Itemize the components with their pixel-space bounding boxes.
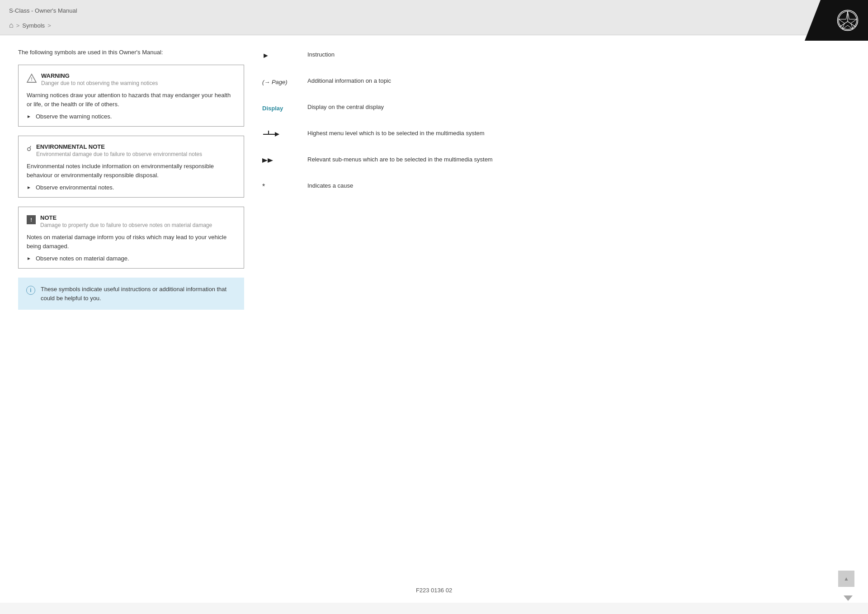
main-content: The following symbols are used in this O… — [0, 35, 868, 578]
environmental-title-block: ENVIRONMENTAL NOTE Environmental damage … — [36, 143, 202, 157]
pageref-icon-cell: (→ Page) — [262, 75, 298, 89]
left-column: The following symbols are used in this O… — [18, 49, 244, 564]
submenu-double-arrow-icon — [262, 156, 280, 165]
note-instruction: ► Observe notes on material damage. — [27, 255, 236, 262]
note-subtitle: Damage to property due to failure to obs… — [40, 222, 212, 228]
mercedes-logo — [836, 9, 859, 32]
symbol-row-menu-top: Highest menu level which is to be select… — [262, 128, 850, 141]
environmental-bullet: ► — [27, 185, 31, 190]
leaf-icon: ☌ — [27, 145, 32, 152]
symbol-row-cause: * Indicates a cause — [262, 180, 850, 194]
warning-title: WARNING — [41, 72, 158, 79]
display-icon: Display — [262, 105, 283, 112]
cause-desc: Indicates a cause — [307, 180, 850, 190]
note-body: Notes on material damage inform you of r… — [27, 233, 236, 250]
environmental-box: ☌ ENVIRONMENTAL NOTE Environmental damag… — [18, 136, 244, 198]
cause-icon-cell: * — [262, 180, 298, 194]
warning-instruction-text: Observe the warning notices. — [36, 113, 112, 120]
warning-icon: ! — [27, 73, 37, 85]
environmental-body: Environmental notes include information … — [27, 162, 236, 179]
info-text: These symbols indicate useful instructio… — [41, 285, 236, 302]
scroll-icon: ▲ — [844, 576, 849, 582]
note-icon-box: ! — [27, 215, 36, 224]
note-header: ! NOTE Damage to property due to failure… — [27, 214, 236, 228]
menu-top-desc: Highest menu level which is to be select… — [307, 128, 850, 138]
warning-bullet: ► — [27, 114, 31, 119]
note-title: NOTE — [40, 214, 212, 221]
warning-box: ! WARNING Danger due to not observing th… — [18, 65, 244, 127]
note-bullet: ► — [27, 256, 31, 261]
environmental-instruction-text: Observe environmental notes. — [36, 184, 114, 191]
scroll-button[interactable]: ▲ — [838, 571, 854, 587]
note-title-block: NOTE Damage to property due to failure t… — [40, 214, 212, 228]
instruction-desc: Instruction — [307, 49, 850, 59]
down-arrow-button[interactable] — [842, 594, 854, 603]
home-icon[interactable]: ⌂ — [9, 21, 14, 29]
warning-instruction: ► Observe the warning notices. — [27, 113, 236, 120]
warning-title-block: WARNING Danger due to not observing the … — [41, 72, 158, 86]
right-column: ► Instruction (→ Page) Additional inform… — [262, 49, 850, 564]
menu-top-arrow-icon — [262, 130, 285, 139]
svg-marker-12 — [268, 158, 273, 163]
pageref-icon: (→ Page) — [262, 79, 288, 85]
footer-code: F223 0136 02 — [416, 587, 452, 594]
warning-body: Warning notices draw your attention to h… — [27, 91, 236, 109]
info-box: i These symbols indicate useful instruct… — [18, 278, 244, 310]
display-desc: Display on the central display — [307, 101, 850, 112]
environmental-title: ENVIRONMENTAL NOTE — [36, 143, 202, 150]
symbol-row-pageref: (→ Page) Additional information on a top… — [262, 75, 850, 89]
pageref-desc: Additional information on a topic — [307, 75, 850, 85]
environmental-icon: ☌ — [27, 144, 32, 153]
breadcrumb-sep-1: > — [16, 22, 20, 29]
note-instruction-text: Observe notes on material damage. — [36, 255, 129, 262]
breadcrumb-symbols[interactable]: Symbols — [22, 22, 45, 29]
intro-text: The following symbols are used in this O… — [18, 49, 244, 56]
environmental-instruction: ► Observe environmental notes. — [27, 184, 236, 191]
environmental-subtitle: Environmental damage due to failure to o… — [36, 151, 202, 157]
submenu-desc: Relevant sub-menus which are to be selec… — [307, 154, 850, 164]
note-icon: ! — [27, 215, 36, 224]
symbol-row-submenu: Relevant sub-menus which are to be selec… — [262, 154, 850, 167]
svg-marker-13 — [844, 595, 853, 601]
symbol-row-display: Display Display on the central display — [262, 101, 850, 115]
instruction-arrow-icon: ► — [262, 52, 269, 60]
submenu-icon-cell — [262, 154, 298, 167]
svg-marker-11 — [262, 158, 268, 163]
menu-top-icon-cell — [262, 128, 298, 141]
asterisk-icon: * — [262, 183, 265, 191]
environmental-header: ☌ ENVIRONMENTAL NOTE Environmental damag… — [27, 143, 236, 157]
symbol-row-instruction: ► Instruction — [262, 49, 850, 62]
page-footer: F223 0136 02 — [0, 578, 868, 603]
warning-subtitle: Danger due to not observing the warning … — [41, 80, 158, 86]
warning-header: ! WARNING Danger due to not observing th… — [27, 72, 236, 86]
page-header: S-Class - Owner's Manual ⌂ > Symbols > — [0, 0, 868, 35]
down-arrow-icon — [842, 594, 854, 603]
instruction-icon-cell: ► — [262, 49, 298, 62]
note-box: ! NOTE Damage to property due to failure… — [18, 207, 244, 269]
breadcrumb-sep-2: > — [47, 22, 51, 29]
svg-text:!: ! — [31, 76, 33, 82]
info-icon: i — [26, 286, 35, 295]
page-title: S-Class - Owner's Manual — [9, 5, 859, 17]
breadcrumb: ⌂ > Symbols > — [9, 17, 859, 35]
display-icon-cell: Display — [262, 101, 298, 115]
svg-marker-10 — [275, 132, 279, 137]
